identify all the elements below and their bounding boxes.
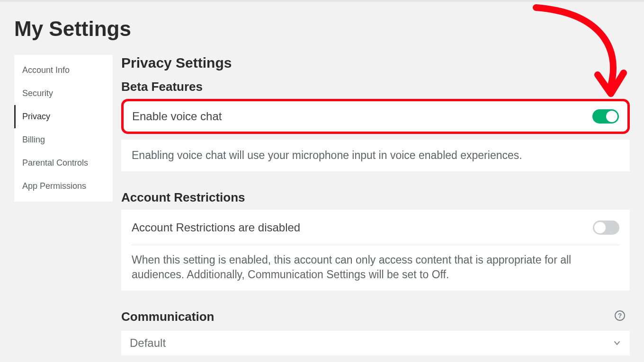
sidebar-item-billing[interactable]: Billing — [14, 128, 113, 151]
sidebar-item-account-info[interactable]: Account Info — [14, 59, 113, 82]
voice-chat-row: Enable voice chat — [132, 107, 619, 126]
voice-chat-help-text: Enabling voice chat will use your microp… — [132, 148, 619, 163]
account-restrictions-card: Account Restrictions are disabled When t… — [121, 210, 630, 291]
voice-chat-label: Enable voice chat — [132, 110, 222, 123]
chevron-down-icon — [613, 339, 621, 347]
voice-chat-toggle[interactable] — [592, 109, 619, 124]
page-title: My Settings — [14, 17, 630, 41]
settings-page: My Settings Account Info Security Privac… — [0, 2, 644, 355]
communication-heading: Communication — [121, 309, 630, 324]
sidebar-item-app-permissions[interactable]: App Permissions — [14, 175, 113, 198]
communication-section: Communication ? Default — [121, 309, 630, 355]
account-restrictions-label: Account Restrictions are disabled — [132, 221, 300, 234]
communication-select[interactable]: Default — [121, 331, 630, 355]
privacy-settings-heading: Privacy Settings — [121, 55, 630, 71]
account-restrictions-row: Account Restrictions are disabled — [132, 218, 619, 237]
settings-layout: Account Info Security Privacy Billing Pa… — [14, 55, 630, 355]
account-restrictions-toggle[interactable] — [593, 221, 619, 235]
sidebar-item-security[interactable]: Security — [14, 82, 113, 105]
beta-features-heading: Beta Features — [121, 79, 630, 94]
settings-main: Privacy Settings Beta Features Enable vo… — [121, 55, 630, 355]
account-restrictions-heading: Account Restrictions — [121, 190, 630, 205]
toggle-knob — [606, 111, 617, 122]
toggle-knob — [594, 222, 606, 233]
help-icon[interactable]: ? — [615, 310, 625, 321]
sidebar-item-privacy[interactable]: Privacy — [14, 105, 113, 128]
voice-chat-highlight: Enable voice chat — [121, 99, 630, 134]
voice-chat-help-card: Enabling voice chat will use your microp… — [121, 140, 630, 171]
communication-selected-value: Default — [130, 336, 166, 350]
account-restrictions-help-text: When this setting is enabled, this accou… — [132, 253, 619, 282]
sidebar-item-parental-controls[interactable]: Parental Controls — [14, 151, 113, 175]
settings-sidebar: Account Info Security Privacy Billing Pa… — [14, 55, 113, 202]
divider — [132, 245, 619, 245]
